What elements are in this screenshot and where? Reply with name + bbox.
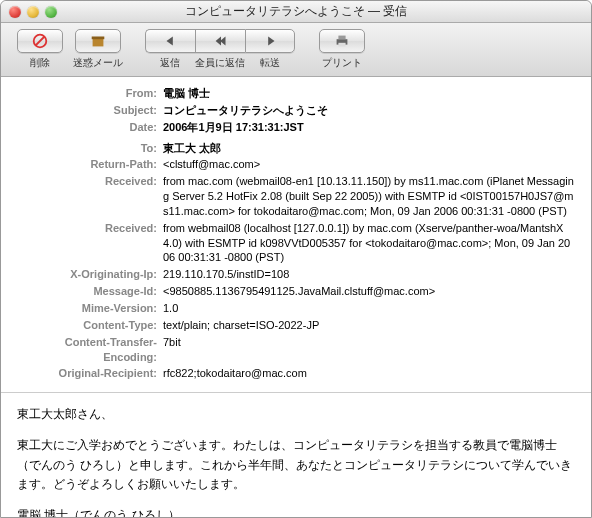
mime-value: 1.0 xyxy=(163,301,178,316)
reply-button[interactable] xyxy=(145,29,195,53)
reply-label: 返信 xyxy=(145,56,195,70)
mail-body: 東工大太郎さん、 東工大にご入学おめでとうございます。わたしは、コンピュータリテ… xyxy=(1,393,591,518)
to-label: To: xyxy=(17,141,163,156)
reply-all-label: 全員に返信 xyxy=(195,56,245,70)
delete-button[interactable] xyxy=(17,29,63,53)
from-label: From: xyxy=(17,86,163,101)
message-id-label: Message-Id: xyxy=(17,284,163,299)
printer-icon xyxy=(333,32,351,50)
no-entry-icon xyxy=(31,32,49,50)
svg-line-1 xyxy=(36,37,45,46)
return-path-value: <clstuff@mac.com> xyxy=(163,157,260,172)
titlebar: コンピュータリテラシへようこそ — 受信 xyxy=(1,1,591,23)
subject-value: コンピュータリテラシへようこそ xyxy=(163,103,328,118)
to-value: 東工大 太郎 xyxy=(163,141,221,156)
window-title: コンピュータリテラシへようこそ — 受信 xyxy=(1,3,591,20)
received-value-1: from mac.com (webmail08-en1 [10.13.11.15… xyxy=(163,174,575,219)
reply-segment xyxy=(145,29,295,53)
content-type-value: text/plain; charset=ISO-2022-JP xyxy=(163,318,319,333)
svg-rect-5 xyxy=(338,36,345,40)
orig-recip-label: Original-Recipient: xyxy=(17,366,163,381)
from-value: 電脳 博士 xyxy=(163,86,210,101)
forward-arrow-icon xyxy=(261,32,279,50)
return-path-label: Return-Path: xyxy=(17,157,163,172)
forward-label: 転送 xyxy=(245,56,295,70)
body-greeting: 東工大太郎さん、 xyxy=(17,405,575,424)
reply-arrow-icon xyxy=(162,32,180,50)
date-value: 2006年1月9日 17:31:31:JST xyxy=(163,120,304,135)
content-type-label: Content-Type: xyxy=(17,318,163,333)
body-signature: 電脳 博士（でんのう ひろし） xyxy=(17,506,575,518)
delete-label: 削除 xyxy=(30,56,50,70)
print-button[interactable] xyxy=(319,29,365,53)
x-orig-ip-value: 219.110.170.5/instID=108 xyxy=(163,267,289,282)
svg-rect-3 xyxy=(92,37,105,40)
mime-label: Mime-Version: xyxy=(17,301,163,316)
junk-icon xyxy=(89,32,107,50)
orig-recip-value: rfc822;tokodaitaro@mac.com xyxy=(163,366,307,381)
date-label: Date: xyxy=(17,120,163,135)
svg-rect-2 xyxy=(93,38,104,46)
toolbar: 削除 迷惑メール 返信 全員に返信 転送 xyxy=(1,23,591,77)
print-label: プリント xyxy=(322,56,362,70)
cte-label: Content-Transfer-Encoding: xyxy=(17,335,163,365)
junk-button[interactable] xyxy=(75,29,121,53)
junk-label: 迷惑メール xyxy=(73,56,123,70)
mail-headers: From:電脳 博士 Subject:コンピュータリテラシへようこそ Date:… xyxy=(1,77,591,393)
received-value-2: from webmail08 (localhost [127.0.0.1]) b… xyxy=(163,221,575,266)
received-label-1: Received: xyxy=(17,174,163,189)
subject-label: Subject: xyxy=(17,103,163,118)
message-id-value: <9850885.1136795491125.JavaMail.clstuff@… xyxy=(163,284,435,299)
svg-rect-6 xyxy=(338,43,345,47)
reply-all-button[interactable] xyxy=(195,29,245,53)
x-orig-ip-label: X-Originating-Ip: xyxy=(17,267,163,282)
body-paragraph: 東工大にご入学おめでとうございます。わたしは、コンピュータリテラシを担当する教員… xyxy=(17,436,575,494)
received-label-2: Received: xyxy=(17,221,163,236)
forward-button[interactable] xyxy=(245,29,295,53)
reply-all-arrow-icon xyxy=(212,32,230,50)
cte-value: 7bit xyxy=(163,335,181,350)
